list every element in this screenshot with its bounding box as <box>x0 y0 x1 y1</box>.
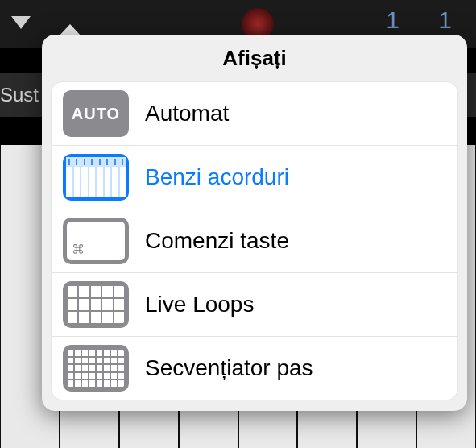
view-option-key-commands[interactable]: ⌘ Comenzi taste <box>52 209 457 273</box>
view-option-label: Benzi acorduri <box>145 164 289 190</box>
key-commands-icon: ⌘ <box>63 218 129 264</box>
view-option-automat[interactable]: AUTO Automat <box>52 82 457 146</box>
view-options-list: AUTO Automat Benzi acorduri ⌘ Comenzi ta… <box>52 82 457 400</box>
view-option-label: Automat <box>145 101 229 127</box>
sustain-label: Sust <box>0 84 39 106</box>
position-counter: 1 1 <box>386 6 468 34</box>
step-seq-icon <box>63 345 129 392</box>
auto-icon: AUTO <box>63 90 129 137</box>
live-loops-icon <box>63 281 129 328</box>
svg-marker-0 <box>11 16 31 29</box>
view-option-chord-strips[interactable]: Benzi acorduri <box>52 146 457 209</box>
view-option-label: Comenzi taste <box>145 228 289 254</box>
view-option-label: Secvențiator pas <box>145 355 313 381</box>
view-option-live-loops[interactable]: Live Loops <box>52 273 457 337</box>
view-popover: Afișați AUTO Automat Benzi acorduri ⌘ <box>42 35 467 411</box>
popover-title: Afișați <box>42 35 467 79</box>
view-option-step-sequencer[interactable]: Secvențiator pas <box>52 337 457 400</box>
command-glyph: ⌘ <box>72 242 85 257</box>
view-option-label: Live Loops <box>145 292 254 317</box>
dropdown-arrow-icon[interactable] <box>8 15 34 32</box>
chord-strips-icon <box>63 154 129 201</box>
